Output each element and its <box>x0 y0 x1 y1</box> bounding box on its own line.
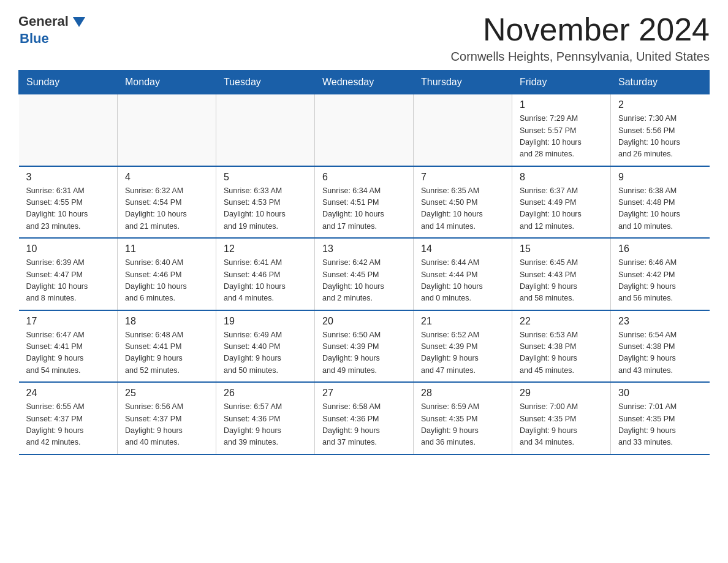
day-number: 26 <box>224 388 307 399</box>
calendar-cell: 23Sunrise: 6:54 AM Sunset: 4:38 PM Dayli… <box>611 310 710 383</box>
title-section: November 2024 Cornwells Heights, Pennsyl… <box>451 12 710 64</box>
day-info: Sunrise: 7:00 AM Sunset: 4:35 PM Dayligh… <box>520 401 603 449</box>
calendar-header-saturday: Saturday <box>611 71 710 94</box>
day-info: Sunrise: 6:57 AM Sunset: 4:36 PM Dayligh… <box>224 401 307 449</box>
logo-blue-text: Blue <box>20 31 49 47</box>
day-number: 16 <box>618 243 702 255</box>
calendar-cell: 28Sunrise: 6:59 AM Sunset: 4:35 PM Dayli… <box>414 382 512 454</box>
location-text: Cornwells Heights, Pennsylvania, United … <box>451 50 710 64</box>
day-number: 23 <box>618 316 702 327</box>
day-info: Sunrise: 6:59 AM Sunset: 4:35 PM Dayligh… <box>421 401 504 449</box>
calendar-cell: 29Sunrise: 7:00 AM Sunset: 4:35 PM Dayli… <box>512 382 611 454</box>
calendar-table: SundayMondayTuesdayWednesdayThursdayFrid… <box>18 70 710 455</box>
day-info: Sunrise: 6:53 AM Sunset: 4:38 PM Dayligh… <box>520 329 603 377</box>
day-number: 25 <box>125 388 208 399</box>
calendar-cell: 1Sunrise: 7:29 AM Sunset: 5:57 PM Daylig… <box>512 94 611 166</box>
calendar-cell: 30Sunrise: 7:01 AM Sunset: 4:35 PM Dayli… <box>611 382 710 454</box>
calendar-cell: 16Sunrise: 6:46 AM Sunset: 4:42 PM Dayli… <box>611 238 710 310</box>
page-header: General Blue November 2024 Cornwells Hei… <box>18 12 710 64</box>
logo-triangle-icon <box>70 12 88 31</box>
day-number: 18 <box>125 316 208 327</box>
day-info: Sunrise: 6:33 AM Sunset: 4:53 PM Dayligh… <box>224 185 307 233</box>
day-number: 30 <box>618 388 702 399</box>
calendar-cell <box>315 94 414 166</box>
day-number: 20 <box>322 316 406 327</box>
calendar-cell: 17Sunrise: 6:47 AM Sunset: 4:41 PM Dayli… <box>19 310 118 383</box>
day-info: Sunrise: 6:58 AM Sunset: 4:36 PM Dayligh… <box>322 401 406 449</box>
day-info: Sunrise: 6:52 AM Sunset: 4:39 PM Dayligh… <box>421 329 504 377</box>
calendar-cell: 3Sunrise: 6:31 AM Sunset: 4:55 PM Daylig… <box>19 166 118 239</box>
calendar-cell: 15Sunrise: 6:45 AM Sunset: 4:43 PM Dayli… <box>512 238 611 310</box>
calendar-cell: 19Sunrise: 6:49 AM Sunset: 4:40 PM Dayli… <box>216 310 315 383</box>
calendar-cell: 25Sunrise: 6:56 AM Sunset: 4:37 PM Dayli… <box>118 382 216 454</box>
calendar-cell: 22Sunrise: 6:53 AM Sunset: 4:38 PM Dayli… <box>512 310 611 383</box>
day-info: Sunrise: 6:54 AM Sunset: 4:38 PM Dayligh… <box>618 329 702 377</box>
day-info: Sunrise: 6:42 AM Sunset: 4:45 PM Dayligh… <box>322 257 406 305</box>
calendar-cell: 21Sunrise: 6:52 AM Sunset: 4:39 PM Dayli… <box>414 310 512 383</box>
calendar-cell <box>19 94 118 166</box>
calendar-header-monday: Monday <box>118 71 216 94</box>
day-info: Sunrise: 6:39 AM Sunset: 4:47 PM Dayligh… <box>26 257 110 305</box>
calendar-cell: 8Sunrise: 6:37 AM Sunset: 4:49 PM Daylig… <box>512 166 611 239</box>
day-number: 22 <box>520 316 603 327</box>
calendar-cell: 7Sunrise: 6:35 AM Sunset: 4:50 PM Daylig… <box>414 166 512 239</box>
day-info: Sunrise: 7:29 AM Sunset: 5:57 PM Dayligh… <box>520 113 603 161</box>
day-info: Sunrise: 6:34 AM Sunset: 4:51 PM Dayligh… <box>322 185 406 233</box>
day-number: 8 <box>520 172 603 183</box>
day-number: 3 <box>26 172 110 183</box>
calendar-cell: 20Sunrise: 6:50 AM Sunset: 4:39 PM Dayli… <box>315 310 414 383</box>
day-number: 28 <box>421 388 504 399</box>
calendar-cell <box>118 94 216 166</box>
day-info: Sunrise: 7:30 AM Sunset: 5:56 PM Dayligh… <box>618 113 702 161</box>
day-info: Sunrise: 6:48 AM Sunset: 4:41 PM Dayligh… <box>125 329 208 377</box>
day-info: Sunrise: 6:40 AM Sunset: 4:46 PM Dayligh… <box>125 257 208 305</box>
calendar-week-row: 3Sunrise: 6:31 AM Sunset: 4:55 PM Daylig… <box>19 166 710 239</box>
calendar-week-row: 1Sunrise: 7:29 AM Sunset: 5:57 PM Daylig… <box>19 94 710 166</box>
calendar-cell: 10Sunrise: 6:39 AM Sunset: 4:47 PM Dayli… <box>19 238 118 310</box>
calendar-cell: 11Sunrise: 6:40 AM Sunset: 4:46 PM Dayli… <box>118 238 216 310</box>
day-number: 29 <box>520 388 603 399</box>
day-number: 6 <box>322 172 406 183</box>
calendar-header-row: SundayMondayTuesdayWednesdayThursdayFrid… <box>19 71 710 94</box>
calendar-header-thursday: Thursday <box>414 71 512 94</box>
day-info: Sunrise: 6:44 AM Sunset: 4:44 PM Dayligh… <box>421 257 504 305</box>
calendar-header-wednesday: Wednesday <box>315 71 414 94</box>
calendar-cell <box>216 94 315 166</box>
calendar-cell <box>414 94 512 166</box>
day-info: Sunrise: 6:38 AM Sunset: 4:48 PM Dayligh… <box>618 185 702 233</box>
calendar-cell: 27Sunrise: 6:58 AM Sunset: 4:36 PM Dayli… <box>315 382 414 454</box>
day-info: Sunrise: 6:41 AM Sunset: 4:46 PM Dayligh… <box>224 257 307 305</box>
day-info: Sunrise: 6:35 AM Sunset: 4:50 PM Dayligh… <box>421 185 504 233</box>
logo: General Blue <box>18 12 88 47</box>
day-number: 13 <box>322 243 406 255</box>
day-number: 1 <box>520 99 603 110</box>
day-number: 2 <box>618 99 702 110</box>
day-number: 4 <box>125 172 208 183</box>
day-number: 12 <box>224 243 307 255</box>
calendar-header-friday: Friday <box>512 71 611 94</box>
calendar-cell: 4Sunrise: 6:32 AM Sunset: 4:54 PM Daylig… <box>118 166 216 239</box>
calendar-cell: 5Sunrise: 6:33 AM Sunset: 4:53 PM Daylig… <box>216 166 315 239</box>
day-number: 15 <box>520 243 603 255</box>
calendar-header-tuesday: Tuesday <box>216 71 315 94</box>
month-title: November 2024 <box>451 12 710 47</box>
calendar-week-row: 17Sunrise: 6:47 AM Sunset: 4:41 PM Dayli… <box>19 310 710 383</box>
logo-general-text: General <box>18 13 69 29</box>
calendar-cell: 2Sunrise: 7:30 AM Sunset: 5:56 PM Daylig… <box>611 94 710 166</box>
calendar-cell: 6Sunrise: 6:34 AM Sunset: 4:51 PM Daylig… <box>315 166 414 239</box>
day-info: Sunrise: 6:50 AM Sunset: 4:39 PM Dayligh… <box>322 329 406 377</box>
calendar-cell: 14Sunrise: 6:44 AM Sunset: 4:44 PM Dayli… <box>414 238 512 310</box>
day-number: 9 <box>618 172 702 183</box>
day-info: Sunrise: 7:01 AM Sunset: 4:35 PM Dayligh… <box>618 401 702 449</box>
calendar-cell: 12Sunrise: 6:41 AM Sunset: 4:46 PM Dayli… <box>216 238 315 310</box>
svg-marker-0 <box>73 17 85 27</box>
calendar-cell: 13Sunrise: 6:42 AM Sunset: 4:45 PM Dayli… <box>315 238 414 310</box>
day-info: Sunrise: 6:56 AM Sunset: 4:37 PM Dayligh… <box>125 401 208 449</box>
day-number: 11 <box>125 243 208 255</box>
day-number: 27 <box>322 388 406 399</box>
day-info: Sunrise: 6:32 AM Sunset: 4:54 PM Dayligh… <box>125 185 208 233</box>
day-info: Sunrise: 6:37 AM Sunset: 4:49 PM Dayligh… <box>520 185 603 233</box>
day-info: Sunrise: 6:47 AM Sunset: 4:41 PM Dayligh… <box>26 329 110 377</box>
day-number: 7 <box>421 172 504 183</box>
day-info: Sunrise: 6:46 AM Sunset: 4:42 PM Dayligh… <box>618 257 702 305</box>
